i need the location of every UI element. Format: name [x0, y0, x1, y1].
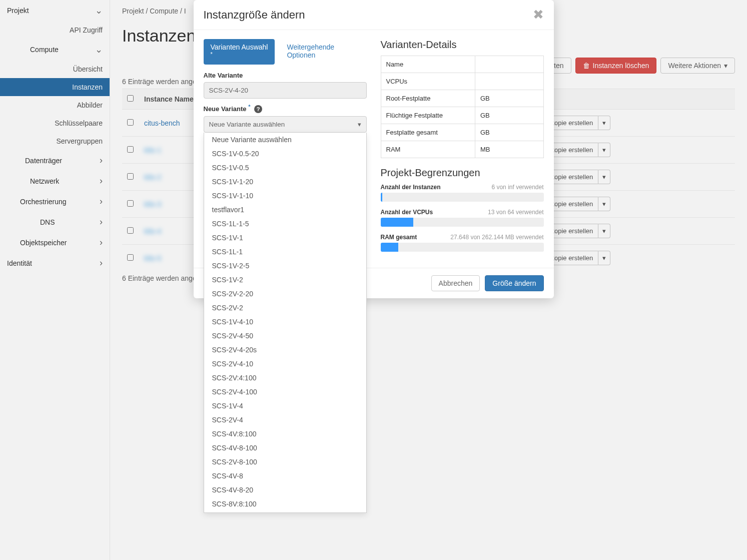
flavor-option[interactable]: SCS-1V-4: [204, 399, 366, 413]
help-icon[interactable]: ?: [254, 105, 262, 113]
flavor-option[interactable]: SCS-4V-8-100: [204, 441, 366, 455]
flavor-option[interactable]: SCS-4V-8: [204, 469, 366, 483]
new-flavor-select[interactable]: Neue Variante auswählen ▾: [204, 116, 367, 133]
flavor-option[interactable]: SCS-1V-0.5: [204, 161, 366, 175]
flavor-option[interactable]: SCS-2V-4-20s: [204, 343, 366, 357]
project-limits-title: Projekt-Begrenzungen: [381, 167, 544, 179]
tab-advanced-options[interactable]: Weitergehende Optionen: [280, 39, 366, 65]
flavor-option[interactable]: SCS-8V:8:100: [204, 497, 366, 511]
modal-title: Instanzgröße ändern: [204, 9, 305, 22]
flavor-option[interactable]: SCS-2V-4-10: [204, 357, 366, 371]
flavor-option[interactable]: SCS-2V-2: [204, 301, 366, 315]
flavor-details-title: Varianten-Details: [381, 39, 544, 51]
flavor-option[interactable]: SCS-1V-1-20: [204, 175, 366, 189]
flavor-option[interactable]: SCS-1L-1: [204, 245, 366, 259]
flavor-option[interactable]: SCS-2V-2-20: [204, 287, 366, 301]
flavor-option[interactable]: SCS-2V-8-100: [204, 455, 366, 469]
flavor-option[interactable]: SCS-1V-0.5-20: [204, 147, 366, 161]
flavor-option[interactable]: SCS-1V-1-10: [204, 189, 366, 203]
limit-instances: Anzahl der Instanzen6 von inf verwendet: [381, 184, 544, 202]
flavor-option[interactable]: SCS-2V-8-20: [204, 511, 366, 513]
limit-ram: RAM gesamt27.648 von 262.144 MB verwende…: [381, 234, 544, 252]
flavor-option[interactable]: Neue Variante auswählen: [204, 133, 366, 147]
flavor-option[interactable]: SCS-1V-4-10: [204, 315, 366, 329]
new-flavor-label: Neue Variante * ?: [204, 104, 367, 113]
flavor-option[interactable]: SCS-1V-2: [204, 273, 366, 287]
flavor-option[interactable]: SCS-4V-8-20: [204, 483, 366, 497]
tab-flavor-choice[interactable]: Varianten Auswahl *: [204, 39, 275, 65]
flavor-option[interactable]: testflavor1: [204, 203, 366, 217]
close-icon[interactable]: ✖: [533, 7, 544, 23]
flavor-details-table: Name VCPUs Root-FestplatteGB Flüchtige F…: [381, 56, 544, 158]
old-flavor-label: Alte Variante: [204, 72, 367, 79]
old-flavor-input: [204, 82, 367, 99]
limit-vcpus: Anzahl der VCPUs13 von 64 verwendet: [381, 209, 544, 227]
flavor-option[interactable]: SCS-1V-2-5: [204, 259, 366, 273]
cancel-button[interactable]: Abbrechen: [431, 275, 480, 291]
flavor-option[interactable]: SCS-2V-4: [204, 413, 366, 427]
caret-down-icon: ▾: [358, 121, 361, 128]
flavor-option[interactable]: SCS-2V-4-50: [204, 329, 366, 343]
flavor-option[interactable]: SCS-2V-4-100: [204, 385, 366, 399]
flavor-option[interactable]: SCS-1V-1: [204, 231, 366, 245]
flavor-option[interactable]: SCS-4V:8:100: [204, 427, 366, 441]
resize-instance-modal: Instanzgröße ändern ✖ Varianten Auswahl …: [194, 0, 554, 298]
flavor-dropdown[interactable]: Neue Variante auswählenSCS-1V-0.5-20SCS-…: [204, 133, 367, 513]
flavor-option[interactable]: SCS-1L-1-5: [204, 217, 366, 231]
flavor-option[interactable]: SCS-2V:4:100: [204, 371, 366, 385]
resize-submit-button[interactable]: Größe ändern: [485, 275, 543, 291]
